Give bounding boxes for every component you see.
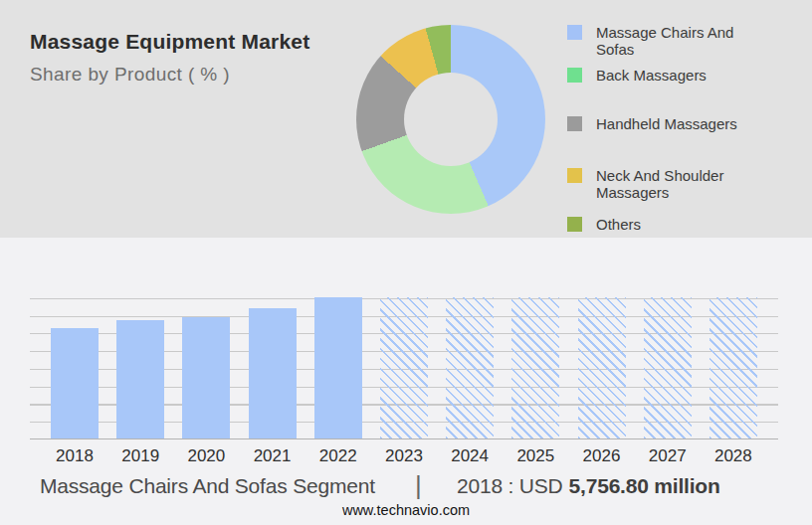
caption-value-prefix: 2018 : USD [457, 474, 563, 497]
bar-2022 [314, 297, 362, 438]
legend-item-1: Massage Chairs And Sofas [565, 24, 763, 58]
bar-2028 [710, 297, 757, 438]
legend-item-label: Back Massagers [596, 67, 763, 84]
bar-2026 [578, 297, 626, 438]
caption-separator: | [415, 470, 422, 501]
legend-swatch [567, 68, 582, 83]
legend-swatch [567, 25, 582, 40]
x-label-2027: 2027 [644, 446, 692, 466]
x-label-2021: 2021 [249, 446, 297, 466]
infographic-page: Massage Equipment Market Share by Produc… [0, 0, 812, 525]
legend-item-label: Handheld Massagers [596, 115, 763, 132]
bar-2020 [182, 317, 230, 438]
x-label-2024: 2024 [446, 446, 494, 466]
donut-chart [356, 25, 545, 214]
caption-value-amount: 5,756.80 million [569, 474, 720, 497]
legend-swatch [567, 168, 582, 183]
legend-item-4: Neck And Shoulder Massagers [565, 167, 763, 201]
legend-item-label: Neck And Shoulder Massagers [596, 167, 763, 201]
x-label-2020: 2020 [182, 446, 230, 466]
x-label-2019: 2019 [116, 446, 164, 466]
header-panel: Massage Equipment Market Share by Produc… [0, 0, 812, 238]
x-label-2022: 2022 [314, 446, 362, 466]
caption-bar: Massage Chairs And Sofas Segment | 2018 … [0, 473, 812, 501]
bar-2023 [380, 297, 428, 438]
x-label-2028: 2028 [710, 446, 757, 466]
page-title: Massage Equipment Market [30, 30, 309, 54]
legend: Massage Chairs And SofasBack MassagersHa… [565, 0, 812, 238]
donut-hole [404, 73, 498, 166]
legend-item-3: Handheld Massagers [565, 115, 763, 132]
bar-2027 [644, 297, 692, 438]
x-label-2018: 2018 [51, 446, 99, 466]
bar-2025 [511, 297, 559, 438]
page-subtitle: Share by Product ( % ) [30, 64, 309, 86]
legend-item-label: Others [596, 216, 763, 233]
caption-value: 2018 : USD5,756.80 million [457, 474, 720, 498]
legend-item-5: Others [565, 216, 763, 233]
footer-url: www.technavio.com [0, 502, 812, 518]
title-block: Massage Equipment Market Share by Produc… [30, 30, 309, 86]
x-label-2025: 2025 [511, 446, 559, 466]
caption-segment: Massage Chairs And Sofas Segment [40, 474, 375, 498]
legend-swatch [567, 116, 582, 131]
bar-chart-plot [30, 298, 778, 439]
bar-2018 [51, 328, 99, 438]
x-label-2023: 2023 [380, 446, 428, 466]
bar-2021 [249, 308, 297, 438]
x-label-2026: 2026 [578, 446, 626, 466]
bar-2024 [446, 297, 494, 438]
x-axis-labels: 2018201920202021202220232024202520262027… [30, 446, 778, 466]
legend-item-label: Massage Chairs And Sofas [596, 24, 763, 58]
bar-2019 [116, 320, 164, 438]
legend-item-2: Back Massagers [565, 67, 763, 84]
legend-swatch [567, 217, 582, 232]
